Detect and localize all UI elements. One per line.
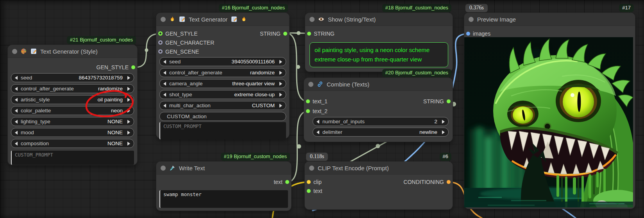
memo-icon xyxy=(30,48,37,54)
node-combine-texts[interactable]: #20 Bjornulf_custom_nodes Combine (Texts… xyxy=(304,78,453,142)
node-titlebar[interactable]: Show (String/Text) xyxy=(305,13,453,26)
widget-shot-type[interactable]: shot_type extreme close-up xyxy=(159,90,286,99)
output-slot-dot[interactable] xyxy=(283,32,287,36)
widget-label: shot_type xyxy=(169,92,192,97)
input-slot-dot[interactable] xyxy=(158,40,163,45)
widget-mood[interactable]: mood NONE xyxy=(11,128,134,137)
input-slot-label: images xyxy=(473,31,490,37)
widget-seed[interactable]: seed 864375732018759 xyxy=(11,73,134,82)
increment-arrow[interactable] xyxy=(279,71,282,75)
output-slot-dot[interactable] xyxy=(447,180,451,184)
increment-arrow[interactable] xyxy=(279,104,282,108)
node-show-string-text[interactable]: #18 Bjornulf_custom_nodes Show (String/T… xyxy=(305,13,453,72)
input-slot-dot[interactable] xyxy=(158,49,163,54)
decrement-arrow[interactable] xyxy=(317,120,319,124)
increment-arrow[interactable] xyxy=(279,60,282,64)
decrement-arrow[interactable] xyxy=(15,87,18,91)
input-slot-dot[interactable] xyxy=(158,31,163,36)
increment-arrow[interactable] xyxy=(442,130,445,134)
widget-multi-char-action[interactable]: multi_char_action CUSTOM xyxy=(159,101,286,110)
widget-camera-angle[interactable]: camera_angle three-quarter view xyxy=(159,79,286,88)
increment-arrow[interactable] xyxy=(127,120,130,124)
widget-control-after-generate[interactable]: control_after_generate randomize xyxy=(159,68,286,77)
widget-lighting-type[interactable]: lighting_type NONE xyxy=(11,117,134,126)
decrement-arrow[interactable] xyxy=(15,76,18,80)
widget-number-of-inputs[interactable]: number_of_inputs 2 xyxy=(313,117,449,126)
node-preview-image[interactable]: 0.376s #17 Preview Image images xyxy=(464,13,635,209)
custom-action-button[interactable]: CUSTOM_action xyxy=(159,112,286,121)
increment-arrow[interactable] xyxy=(127,109,130,113)
decrement-arrow[interactable] xyxy=(15,98,18,102)
input-slot-dot[interactable] xyxy=(466,32,470,36)
widget-seed[interactable]: seed 394055009111606 xyxy=(159,57,286,66)
increment-arrow[interactable] xyxy=(279,82,282,86)
decrement-arrow[interactable] xyxy=(15,109,18,113)
decrement-arrow[interactable] xyxy=(15,131,18,135)
custom-prompt-textarea[interactable]: CUSTOM_PROMPT xyxy=(11,151,134,165)
node-graph-canvas[interactable]: #21 Bjornulf_custom_nodes Text Generator… xyxy=(0,0,644,218)
widget-value: neon xyxy=(111,108,127,114)
input-slot-dot[interactable] xyxy=(307,32,311,36)
increment-arrow[interactable] xyxy=(127,76,130,80)
widget-label: multi_char_action xyxy=(169,103,211,108)
node-id-badge: #19 Bjornulf_custom_nodes xyxy=(221,153,290,161)
decrement-arrow[interactable] xyxy=(163,71,166,75)
output-slot-dot[interactable] xyxy=(447,99,451,103)
collapse-dot[interactable] xyxy=(469,17,474,22)
custom-prompt-textarea[interactable]: CUSTOM_PROMPT xyxy=(159,122,286,139)
output-string: STRING xyxy=(423,97,451,105)
widget-value: 864375732018759 xyxy=(79,75,127,81)
widget-value: 394055009111606 xyxy=(231,59,279,65)
collapse-dot[interactable] xyxy=(161,17,166,22)
increment-arrow[interactable] xyxy=(127,98,130,102)
widget-artistic-style[interactable]: artistic_style oil painting xyxy=(11,95,134,104)
widget-value: oil painting xyxy=(97,97,127,103)
output-slot-dot[interactable] xyxy=(285,180,289,184)
collapse-dot[interactable] xyxy=(12,49,17,54)
collapse-dot[interactable] xyxy=(308,82,313,87)
node-titlebar[interactable]: Text Generator xyxy=(156,13,289,26)
node-text-generator[interactable]: #16 Bjornulf_custom_nodes Text Generator… xyxy=(156,13,289,138)
decrement-arrow[interactable] xyxy=(15,120,18,124)
increment-arrow[interactable] xyxy=(279,93,282,97)
node-titlebar[interactable]: Text Generator (Style) xyxy=(8,45,137,58)
input-slot-dot[interactable] xyxy=(306,99,310,103)
node-id-badge: #21 Bjornulf_custom_nodes xyxy=(67,36,136,44)
widget-label: number_of_inputs xyxy=(322,119,365,124)
widget-control-after-generate[interactable]: control_after_generate randomize xyxy=(11,84,134,93)
input-slot-dot[interactable] xyxy=(307,180,311,184)
widget-color-palette[interactable]: color_palette neon xyxy=(11,106,134,115)
input-slot-dot[interactable] xyxy=(307,189,311,193)
collapse-dot[interactable] xyxy=(161,166,166,171)
node-titlebar[interactable]: CLIP Text Encode (Prompt) xyxy=(305,162,453,175)
widget-composition[interactable]: composition NONE xyxy=(11,139,134,148)
decrement-arrow[interactable] xyxy=(163,104,166,108)
decrement-arrow[interactable] xyxy=(15,142,18,146)
output-slot-dot[interactable] xyxy=(131,65,135,69)
write-text-textarea[interactable]: swamp monster xyxy=(159,190,288,208)
node-titlebar[interactable]: Write Text xyxy=(156,162,291,175)
widget-value: 2 xyxy=(434,119,442,124)
widget-delimiter[interactable]: delimiter newline xyxy=(313,128,449,137)
node-write-text[interactable]: #19 Bjornulf_custom_nodes Write Text tex… xyxy=(156,162,291,211)
input-text-1: text_1 xyxy=(306,97,327,105)
decrement-arrow[interactable] xyxy=(163,60,166,64)
increment-arrow[interactable] xyxy=(442,120,445,124)
decrement-arrow[interactable] xyxy=(163,82,166,86)
node-text-generator-style[interactable]: #21 Bjornulf_custom_nodes Text Generator… xyxy=(8,45,137,165)
increment-arrow[interactable] xyxy=(127,142,130,146)
input-slot-label: text_2 xyxy=(313,108,327,114)
collapse-dot[interactable] xyxy=(309,17,315,22)
increment-arrow[interactable] xyxy=(127,131,130,135)
collapse-dot[interactable] xyxy=(309,166,314,171)
input-slot-dot[interactable] xyxy=(306,109,310,113)
node-clip-text-encode[interactable]: 0.118s #6 CLIP Text Encode (Prompt) clip… xyxy=(305,162,453,209)
fire-icon xyxy=(241,16,247,22)
node-titlebar[interactable]: Combine (Texts) xyxy=(304,78,453,91)
decrement-arrow[interactable] xyxy=(163,93,166,97)
increment-arrow[interactable] xyxy=(127,87,130,91)
node-titlebar[interactable]: Preview Image xyxy=(464,13,635,26)
decrement-arrow[interactable] xyxy=(317,130,319,134)
pen-icon xyxy=(169,165,175,171)
string-display-box: oil painting style, using a neon color s… xyxy=(309,42,448,67)
